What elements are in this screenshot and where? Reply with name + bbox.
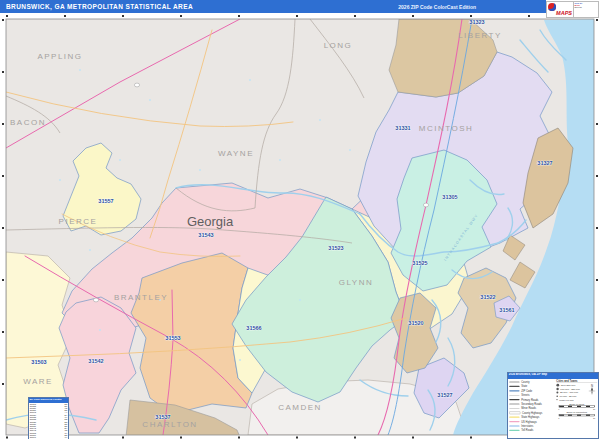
zip-label-31566: 31566 bbox=[246, 325, 261, 331]
legend-item: Toll Roads bbox=[509, 428, 555, 432]
county-label-glynn: GLYNN bbox=[339, 278, 373, 287]
zip-label-31331: 31331 bbox=[395, 125, 410, 131]
zip-label-31520: 31520 bbox=[408, 320, 423, 326]
county-label-wayne: WAYNE bbox=[218, 149, 254, 158]
zip-label-31542: 31542 bbox=[88, 358, 103, 364]
county-label-camden: CAMDEN bbox=[278, 403, 322, 412]
county-label-pierce: PIERCE bbox=[59, 217, 98, 226]
us-hwy-swatch bbox=[509, 421, 519, 422]
zip-label-31553: 31553 bbox=[165, 335, 180, 341]
city-dot-icon bbox=[556, 391, 558, 393]
scale-kilometers: Scale in Kilometers 016 bbox=[556, 411, 597, 419]
logo-swirl-icon bbox=[548, 3, 556, 11]
city-dot-icon bbox=[556, 384, 559, 387]
county-label-appling: APPLING bbox=[37, 52, 82, 61]
legend-panel: 2026 Brunswick, GA ZIP Map County State … bbox=[507, 372, 599, 439]
primary-roads-swatch bbox=[509, 399, 519, 400]
brand-logo: MAPS bbox=[546, 1, 574, 18]
zip-region-31553 bbox=[131, 253, 252, 414]
zip-label-31522: 31522 bbox=[480, 294, 495, 300]
county-label-mcintosh: MCINTOSH bbox=[419, 124, 474, 133]
county-label-long: LONG bbox=[324, 41, 353, 50]
city-class-item: Under 10,000 bbox=[556, 398, 597, 402]
county-hwy-swatch bbox=[509, 411, 520, 414]
compass-rose-icon: N bbox=[587, 384, 597, 396]
zip-label-31323: 31323 bbox=[469, 19, 484, 25]
county-label-ware: WARE bbox=[23, 377, 53, 386]
zip-label-31523: 31523 bbox=[328, 245, 343, 251]
toll-roads-swatch bbox=[509, 430, 519, 431]
interstate-swatch bbox=[509, 425, 519, 426]
edition-label: 2026 ZIP Code ColorCast Edition bbox=[398, 4, 476, 10]
zip-line-swatch bbox=[509, 390, 519, 391]
logo-brand-text: MAPS bbox=[556, 10, 572, 16]
streets-swatch bbox=[509, 395, 519, 396]
city-dot-icon bbox=[556, 395, 558, 397]
logo-sub3: Business bbox=[574, 6, 598, 8]
zip-index-panel: ZIP Code Index/Grid Locator 31305E2 3132… bbox=[28, 397, 69, 439]
county-label-bacon: BACON bbox=[10, 118, 46, 127]
city-dot-icon bbox=[556, 399, 557, 400]
scale-miles: Scale in Miles 010 bbox=[556, 403, 597, 411]
state-line-swatch bbox=[509, 386, 519, 387]
brand-logo-secondary: SOLD BY MAPS Business bbox=[573, 1, 599, 18]
minor-roads-swatch bbox=[509, 408, 519, 409]
zip-index-title: ZIP Code Index/Grid Locator bbox=[29, 398, 68, 400]
zip-label-31557: 31557 bbox=[98, 198, 113, 204]
legend-line-items: County State ZIP Code Streets Primary Ro… bbox=[508, 379, 556, 438]
zip-label-31305: 31305 bbox=[442, 194, 457, 200]
state-hwy-swatch bbox=[509, 417, 519, 418]
secondary-roads-swatch bbox=[509, 403, 519, 404]
zip-label-31537: 31537 bbox=[155, 414, 170, 420]
zip-label-31543: 31543 bbox=[198, 232, 213, 238]
map-layers: APPLING BACON PIERCE WAYNE LONG LIBERTY … bbox=[6, 19, 594, 437]
zip-label-31503: 31503 bbox=[31, 359, 46, 365]
zip-label-31327: 31327 bbox=[537, 160, 552, 166]
header-bar: BRUNSWICK, GA METROPOLITAN STATISTICAL A… bbox=[0, 0, 546, 13]
state-label: Georgia bbox=[187, 214, 234, 229]
zip-label-31525: 31525 bbox=[412, 260, 427, 266]
map-title: BRUNSWICK, GA METROPOLITAN STATISTICAL A… bbox=[6, 3, 193, 10]
county-label-brantley: BRANTLEY bbox=[114, 293, 168, 302]
county-label-charlton: CHARLTON bbox=[142, 420, 197, 429]
map-document: APPLING BACON PIERCE WAYNE LONG LIBERTY … bbox=[0, 0, 600, 439]
zip-label-31561: 31561 bbox=[499, 307, 514, 313]
city-dot-icon bbox=[556, 388, 558, 390]
county-label-liberty: LIBERTY bbox=[458, 31, 502, 40]
county-line-swatch bbox=[509, 381, 519, 382]
zip-label-31527: 31527 bbox=[437, 392, 452, 398]
legend-title: 2026 Brunswick, GA ZIP Map bbox=[508, 373, 598, 376]
